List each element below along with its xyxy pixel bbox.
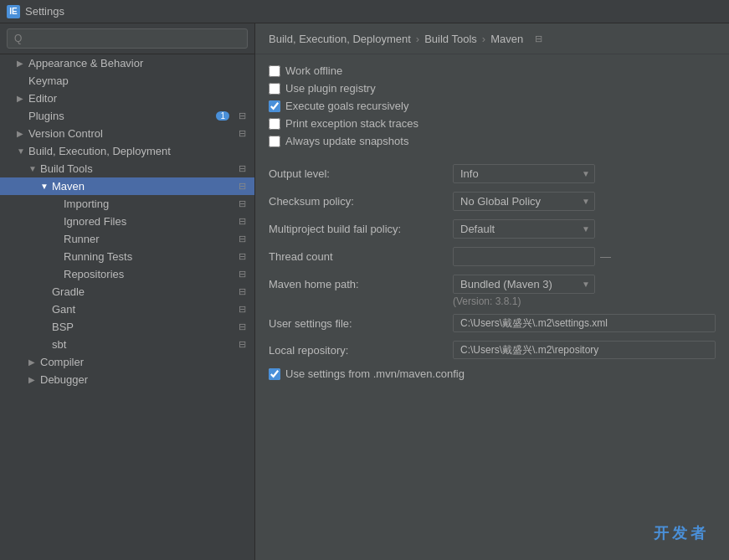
settings-icon: ⊟ — [236, 110, 248, 122]
sidebar-item-label: Importing — [64, 198, 233, 210]
sidebar-item-running-tests[interactable]: Running Tests⊟ — [0, 248, 254, 265]
checkbox-row-work-offline: Work offline — [269, 64, 716, 77]
arrow-right-icon: ▶ — [28, 357, 40, 367]
sidebar-item-appearance[interactable]: ▶Appearance & Behavior — [0, 54, 254, 72]
sidebar-item-build-execution[interactable]: ▼Build, Execution, Deployment — [0, 142, 254, 160]
field-label-multiproject-fail-policy: Multiproject build fail policy: — [269, 223, 453, 235]
sidebar-item-label: Running Tests — [64, 250, 233, 263]
thread-count-input[interactable] — [453, 247, 595, 266]
sidebar-item-label: Plugins — [28, 110, 216, 122]
use-settings-row: Use settings from .mvn/maven.config — [269, 367, 716, 380]
select-checksum-policy[interactable]: No Global PolicyFailWarnIgnore — [453, 192, 595, 211]
sidebar-item-editor[interactable]: ▶Editor — [0, 90, 254, 107]
sidebar-item-gant[interactable]: Gant⊟ — [0, 301, 254, 318]
sidebar-item-label: Version Control — [28, 127, 233, 140]
settings-icon: ⊟ — [236, 181, 248, 193]
breadcrumb-part-2: Build Tools — [424, 33, 477, 45]
maven-home-label: Maven home path: — [269, 278, 453, 290]
app-icon: IE — [7, 5, 20, 18]
user-settings-label: User settings file: — [269, 317, 453, 330]
settings-icon: ⊟ — [236, 216, 248, 228]
checkbox-execute-goals[interactable] — [269, 100, 280, 112]
maven-home-select[interactable]: Bundled (Maven 3) — [453, 275, 595, 294]
search-input[interactable] — [7, 28, 248, 49]
field-row-thread-count: Thread count— — [269, 247, 716, 266]
checkbox-label-execute-goals: Execute goals recursively — [285, 100, 408, 112]
sidebar-item-build-tools[interactable]: ▼Build Tools⊟ — [0, 160, 254, 177]
field-label-thread-count: Thread count — [269, 250, 453, 263]
sidebar-tree: ▶Appearance & BehaviorKeymap▶EditorPlugi… — [0, 54, 254, 560]
checkbox-always-update-snapshots[interactable] — [269, 136, 280, 147]
settings-icon: ⊟ — [236, 269, 248, 280]
breadcrumb: Build, Execution, Deployment › Build Too… — [255, 23, 729, 54]
sidebar-item-label: Repositories — [64, 268, 233, 280]
local-repository-label: Local repository: — [269, 344, 453, 357]
sidebar-item-label: Keymap — [28, 74, 248, 87]
settings-icon: ⊟ — [236, 339, 248, 351]
checkbox-use-plugin-registry[interactable] — [269, 83, 280, 95]
breadcrumb-arrow-2: › — [482, 33, 485, 45]
settings-icon: ⊟ — [236, 251, 248, 263]
settings-icon: ⊟ — [236, 321, 248, 333]
sidebar-item-repositories[interactable]: Repositories⊟ — [0, 265, 254, 283]
sidebar-item-keymap[interactable]: Keymap — [0, 72, 254, 90]
sidebar-item-gradle[interactable]: Gradle⊟ — [0, 283, 254, 301]
breadcrumb-part-3: Maven — [490, 33, 523, 45]
select-wrapper-output-level: InfoDebugError▼ — [453, 164, 595, 183]
arrow-right-icon: ▶ — [28, 375, 40, 384]
use-settings-checkbox[interactable] — [269, 368, 280, 380]
sidebar-item-version-control[interactable]: ▶Version Control⊟ — [0, 125, 254, 142]
arrow-right-icon: ▶ — [17, 59, 28, 68]
sidebar-item-sbt[interactable]: sbt⊟ — [0, 336, 254, 353]
select-wrapper-multiproject-fail-policy: DefaultAt EndNeverFail Fast▼ — [453, 219, 595, 239]
sidebar-item-maven[interactable]: ▼Maven⊟ — [0, 177, 254, 195]
settings-icon: ⊟ — [236, 198, 248, 210]
checkbox-row-execute-goals: Execute goals recursively — [269, 100, 716, 112]
settings-icon: ⊟ — [236, 128, 248, 140]
user-settings-row: User settings file: — [269, 314, 716, 332]
sidebar-item-label: Ignored Files — [64, 215, 233, 228]
search-box — [0, 23, 254, 54]
arrow-down-icon: ▼ — [17, 146, 28, 156]
sidebar-item-bsp[interactable]: BSP⊟ — [0, 318, 254, 336]
sidebar-item-label: Build Tools — [40, 162, 233, 175]
sidebar-item-ignored-files[interactable]: Ignored Files⊟ — [0, 213, 254, 230]
local-repository-row: Local repository: — [269, 341, 716, 359]
sidebar-item-compiler[interactable]: ▶Compiler — [0, 353, 254, 371]
settings-icon: ⊟ — [236, 234, 248, 245]
select-multiproject-fail-policy[interactable]: DefaultAt EndNeverFail Fast — [453, 219, 595, 239]
checkbox-label-always-update-snapshots: Always update snapshots — [285, 135, 408, 147]
user-settings-input[interactable] — [453, 314, 716, 332]
checkbox-row-print-stack-traces: Print exception stack traces — [269, 117, 716, 130]
sidebar-item-label: BSP — [52, 321, 233, 333]
sidebar-item-plugins[interactable]: Plugins1⊟ — [0, 107, 254, 125]
arrow-right-icon: ▶ — [17, 94, 28, 103]
field-row-output-level: Output level:InfoDebugError▼ — [269, 164, 716, 183]
checkbox-row-always-update-snapshots: Always update snapshots — [269, 135, 716, 147]
select-output-level[interactable]: InfoDebugError — [453, 164, 595, 183]
checkbox-label-use-plugin-registry: Use plugin registry — [285, 82, 376, 95]
checkbox-work-offline[interactable] — [269, 65, 280, 77]
badge-icon: 1 — [216, 111, 229, 121]
checkbox-label-work-offline: Work offline — [285, 64, 342, 77]
main-container: ▶Appearance & BehaviorKeymap▶EditorPlugi… — [0, 23, 729, 560]
sidebar-item-label: Maven — [52, 180, 233, 193]
settings-icon: ⊟ — [236, 304, 248, 316]
arrow-down-icon: ▼ — [28, 164, 40, 173]
sidebar-item-label: Compiler — [40, 356, 248, 368]
breadcrumb-settings-icon: ⊟ — [531, 32, 545, 45]
sidebar-item-label: sbt — [52, 338, 233, 351]
sidebar-item-debugger[interactable]: ▶Debugger — [0, 371, 254, 388]
sidebar-item-runner[interactable]: Runner⊟ — [0, 230, 254, 248]
maven-home-row: Maven home path:Bundled (Maven 3)▼ — [269, 275, 716, 294]
sidebar-item-importing[interactable]: Importing⊟ — [0, 195, 254, 213]
select-wrapper-checksum-policy: No Global PolicyFailWarnIgnore▼ — [453, 192, 595, 211]
field-row-multiproject-fail-policy: Multiproject build fail policy:DefaultAt… — [269, 219, 716, 239]
use-settings-label: Use settings from .mvn/maven.config — [285, 367, 465, 380]
arrow-down-icon: ▼ — [40, 182, 52, 191]
field-label-output-level: Output level: — [269, 167, 453, 180]
field-row-checksum-policy: Checksum policy:No Global PolicyFailWarn… — [269, 192, 716, 211]
local-repository-input[interactable] — [453, 341, 716, 359]
checkbox-print-stack-traces[interactable] — [269, 118, 280, 130]
checkbox-label-print-stack-traces: Print exception stack traces — [285, 117, 418, 130]
